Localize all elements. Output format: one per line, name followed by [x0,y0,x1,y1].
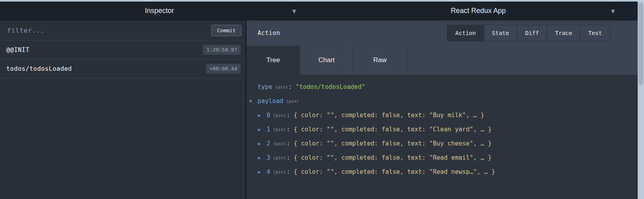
expand-arrow-icon[interactable]: ▶ [258,113,267,118]
expand-arrow-icon[interactable]: ▶ [258,155,267,160]
filter-bar: Commit [0,20,245,41]
detail-tab-group: Action State Diff Trace Test [447,25,610,41]
tree-row-item[interactable]: ▶ 3 (pin) : { color: "", completed: fals… [247,151,638,165]
expand-arrow-icon[interactable]: ▶ [258,141,267,146]
action-name: @@INIT [6,46,29,53]
tree-index[interactable]: 3 [267,154,270,161]
pin-link[interactable]: (pin) [286,99,299,104]
scrollbar-thumb[interactable] [639,2,643,85]
tree-index[interactable]: 1 [267,126,270,133]
action-list-panel: Commit @@INIT 1:29:59.97 todos/todosLoad… [0,20,247,199]
colon-separator: : [286,126,290,133]
colon-separator: : [286,154,290,161]
object-preview: { color: "", completed: false, text: "Re… [294,154,492,161]
tab-action[interactable]: Action [447,25,484,41]
action-detail-panel: Action Action State Diff Trace Test Tree… [247,20,638,199]
object-preview: { color: "", completed: false, text: "Bu… [294,112,484,119]
colon-separator: : [286,168,290,175]
json-tree-view: type (pin) : "todos/todosLoaded" ▼ paylo… [247,75,638,199]
object-preview: { color: "", completed: false, text: "Bu… [294,140,492,147]
action-name: todos/todosLoaded [6,65,72,72]
subtab-raw[interactable]: Raw [353,46,407,75]
action-timestamp-badge: 1:29:59.97 [203,45,241,55]
pin-link[interactable]: (pin) [275,85,288,90]
top-bar: Inspector ▾ React Redux App ▾ [0,2,638,20]
tab-test[interactable]: Test [580,25,610,41]
pin-link[interactable]: (pin) [273,155,286,160]
tree-row-type[interactable]: type (pin) : "todos/todosLoaded" [247,80,638,94]
subtab-chart[interactable]: Chart [300,46,353,75]
object-preview: { color: "", completed: false, text: "Cl… [294,126,492,133]
monitor-selector-dropdown[interactable]: Inspector ▾ [0,2,319,20]
object-preview: { color: "", completed: false, text: "Re… [294,168,495,175]
view-subtab-group: Tree Chart Raw [247,46,638,75]
colon-separator: : [288,83,292,90]
expand-arrow-icon[interactable]: ▶ [258,170,267,175]
action-list-item[interactable]: todos/todosLoaded +00:00.44 [0,59,245,78]
main-split: Commit @@INIT 1:29:59.97 todos/todosLoad… [0,20,638,199]
tree-key[interactable]: payload [258,98,283,105]
tree-row-item[interactable]: ▶ 2 (pin) : { color: "", completed: fals… [247,136,638,151]
subtab-tree[interactable]: Tree [247,46,300,75]
vertical-scrollbar[interactable] [638,0,644,199]
tree-row-payload[interactable]: ▼ payload (pin) [247,94,638,108]
instance-selector-dropdown[interactable]: React Redux App ▾ [319,2,638,20]
chevron-down-icon[interactable]: ▾ [611,7,615,15]
tree-index[interactable]: 4 [267,168,270,175]
colon-separator: : [286,140,290,147]
colon-separator: : [286,112,290,119]
collapse-arrow-icon[interactable]: ▼ [249,99,258,104]
tree-row-item[interactable]: ▶ 0 (pin) : { color: "", completed: fals… [247,108,638,122]
tree-row-item[interactable]: ▶ 4 (pin) : { color: "", completed: fals… [247,165,638,179]
panel-label: Action [258,29,280,37]
pin-link[interactable]: (pin) [273,127,286,132]
expand-arrow-icon[interactable]: ▶ [258,127,267,132]
commit-button[interactable]: Commit [211,25,242,36]
tree-key[interactable]: type [258,83,272,90]
tab-state[interactable]: State [484,25,518,41]
tree-index[interactable]: 2 [267,140,270,147]
pin-link[interactable]: (pin) [273,170,286,175]
action-list-item[interactable]: @@INIT 1:29:59.97 [0,41,245,59]
pin-link[interactable]: (pin) [273,141,286,146]
action-timestamp-badge: +00:00.44 [206,64,241,74]
tree-row-item[interactable]: ▶ 1 (pin) : { color: "", completed: fals… [247,122,638,136]
tab-trace[interactable]: Trace [547,25,580,41]
tree-string-value: "todos/todosLoaded" [296,83,365,90]
detail-header: Action Action State Diff Trace Test [247,20,638,46]
devtools-app: Inspector ▾ React Redux App ▾ Commit @@I… [0,2,638,199]
tree-index[interactable]: 0 [267,112,270,119]
pin-link[interactable]: (pin) [273,113,286,118]
tab-diff[interactable]: Diff [517,25,547,41]
instance-selector-title: React Redux App [451,7,506,15]
chevron-down-icon[interactable]: ▾ [292,7,296,15]
filter-input[interactable] [6,26,211,35]
monitor-selector-title: Inspector [145,7,174,15]
